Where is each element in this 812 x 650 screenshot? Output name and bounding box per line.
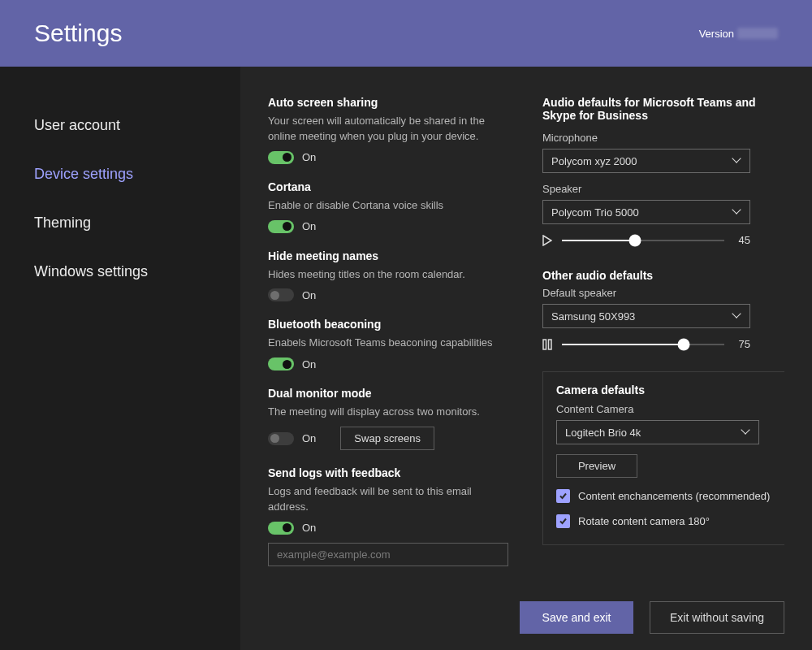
sidebar-item-label: Windows settings xyxy=(34,263,148,280)
toggle-state-label: On xyxy=(302,151,316,163)
section-hide-meeting-names: Hide meeting names Hides meeting titles … xyxy=(268,249,510,302)
section-title: Send logs with feedback xyxy=(268,466,510,479)
main-panel: Auto screen sharing Your screen will aut… xyxy=(240,67,812,650)
section-auto-screen-sharing: Auto screen sharing Your screen will aut… xyxy=(268,96,510,164)
section-title: Dual monitor mode xyxy=(268,387,510,400)
toggle-state-label: On xyxy=(302,432,316,444)
bt-beacon-toggle[interactable] xyxy=(268,358,294,370)
default-speaker-label: Default speaker xyxy=(542,287,784,299)
speaker-select[interactable]: Polycom Trio 5000 xyxy=(542,200,750,224)
other-audio-title: Other audio defaults xyxy=(542,269,784,282)
checkbox-label: Content enchancements (recommended) xyxy=(578,490,770,502)
dual-monitor-toggle[interactable] xyxy=(268,432,294,445)
chevron-down-icon xyxy=(733,208,741,216)
chevron-down-icon xyxy=(733,312,741,320)
page-title: Settings xyxy=(34,20,122,47)
hide-names-toggle[interactable] xyxy=(268,288,294,301)
rotate-camera-checkbox[interactable] xyxy=(556,514,570,528)
content-enhancements-checkbox[interactable] xyxy=(556,489,570,503)
chevron-down-icon xyxy=(733,157,741,165)
section-dual-monitor: Dual monitor mode The meeting will displ… xyxy=(268,387,510,450)
section-desc: Hides meeting titles on the room calenda… xyxy=(268,267,510,283)
checkbox-label: Rotate content camera 180° xyxy=(578,515,710,527)
sidebar-item-theming[interactable]: Theming xyxy=(0,198,240,247)
speaker-volume-slider[interactable]: 45 xyxy=(542,234,750,246)
content-camera-select[interactable]: Logitech Brio 4k xyxy=(556,420,759,444)
header: Settings Version xyxy=(0,0,812,67)
content-camera-label: Content Camera xyxy=(556,403,772,415)
swap-screens-button[interactable]: Swap screens xyxy=(340,427,434,450)
section-desc: The meeting will display across two moni… xyxy=(268,405,510,420)
speaker-label: Speaker xyxy=(542,183,784,195)
sidebar-item-label: Theming xyxy=(34,214,91,232)
slider-value: 45 xyxy=(734,234,750,246)
chevron-down-icon xyxy=(742,428,750,436)
exit-without-saving-button[interactable]: Exit without saving xyxy=(650,601,784,634)
pause-icon xyxy=(542,339,552,350)
select-value: Polycom Trio 5000 xyxy=(551,206,639,219)
section-bluetooth-beaconing: Bluetooth beaconing Enabels Microsoft Te… xyxy=(268,318,510,370)
select-value: Logitech Brio 4k xyxy=(565,427,641,439)
right-column: Audio defaults for Microsoft Teams and S… xyxy=(542,96,784,583)
svg-rect-0 xyxy=(543,340,546,349)
sidebar-item-device-settings[interactable]: Device settings xyxy=(0,150,240,198)
section-desc: Enabels Microsoft Teams beaconing capabi… xyxy=(268,336,510,351)
toggle-state-label: On xyxy=(302,522,316,534)
sidebar-item-label: Device settings xyxy=(34,166,133,183)
section-desc: Logs and feedback will be sent to this e… xyxy=(268,484,510,515)
sidebar-item-label: User account xyxy=(34,117,120,134)
select-value: Samsung 50X993 xyxy=(551,310,635,323)
sidebar: User account Device settings Theming Win… xyxy=(0,67,240,650)
version-value-redacted xyxy=(737,28,778,39)
version-label: Version xyxy=(699,28,778,40)
audio-defaults-title: Audio defaults for Microsoft Teams and S… xyxy=(542,96,784,122)
camera-defaults-box: Camera defaults Content Camera Logitech … xyxy=(542,371,784,545)
sidebar-item-user-account[interactable]: User account xyxy=(0,101,240,150)
slider-value: 75 xyxy=(734,338,750,350)
send-logs-toggle[interactable] xyxy=(268,522,294,535)
camera-defaults-title: Camera defaults xyxy=(556,384,772,396)
preview-button[interactable]: Preview xyxy=(556,454,637,478)
toggle-state-label: On xyxy=(302,220,316,232)
svg-rect-1 xyxy=(549,340,552,349)
section-title: Bluetooth beaconing xyxy=(268,318,510,331)
default-speaker-select[interactable]: Samsung 50X993 xyxy=(542,304,750,328)
section-desc: Enable or disable Cortana voice skills xyxy=(268,198,510,214)
section-cortana: Cortana Enable or disable Cortana voice … xyxy=(268,180,510,233)
microphone-label: Microphone xyxy=(542,132,784,144)
left-column: Auto screen sharing Your screen will aut… xyxy=(268,96,510,583)
toggle-state-label: On xyxy=(302,289,316,301)
section-title: Cortana xyxy=(268,180,510,193)
section-title: Auto screen sharing xyxy=(268,96,510,109)
version-text: Version xyxy=(699,28,734,40)
section-send-logs: Send logs with feedback Logs and feedbac… xyxy=(268,466,510,566)
sidebar-item-windows-settings[interactable]: Windows settings xyxy=(0,247,240,296)
feedback-email-input[interactable] xyxy=(268,543,508,566)
default-speaker-volume-slider[interactable]: 75 xyxy=(542,338,750,350)
section-title: Hide meeting names xyxy=(268,249,510,262)
save-and-exit-button[interactable]: Save and exit xyxy=(520,601,633,634)
footer: Save and exit Exit without saving xyxy=(268,583,784,634)
microphone-select[interactable]: Polycom xyz 2000 xyxy=(542,149,750,173)
auto-share-toggle[interactable] xyxy=(268,151,294,164)
select-value: Polycom xyz 2000 xyxy=(551,155,637,167)
section-desc: Your screen will automatically be shared… xyxy=(268,114,510,145)
cortana-toggle[interactable] xyxy=(268,220,294,233)
play-icon xyxy=(542,235,552,246)
toggle-state-label: On xyxy=(302,358,316,370)
